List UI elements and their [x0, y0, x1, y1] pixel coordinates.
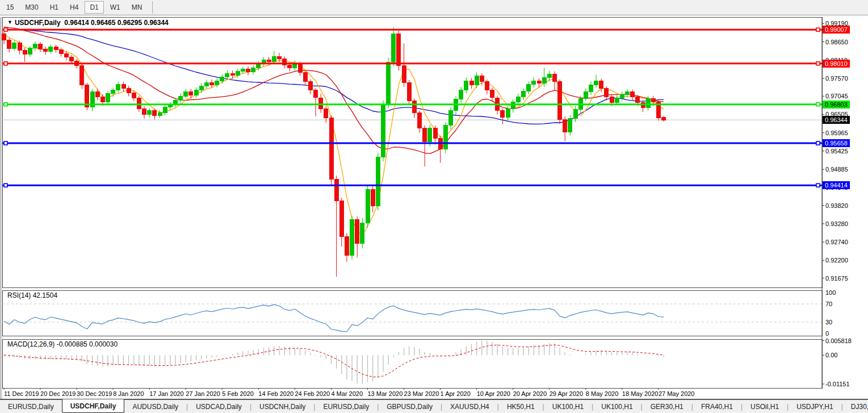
date-axis-label: 4 Mar 2020 [331, 390, 363, 397]
hline-handle [816, 28, 820, 31]
current-price-badge: 0.96344 [823, 116, 850, 124]
date-axis-label: 27 May 2020 [659, 390, 695, 397]
date-axis-label: 5 Feb 2020 [222, 390, 254, 397]
price-axis-tick: 0.95425 [825, 148, 848, 155]
date-axis-label: 24 Feb 2020 [295, 390, 330, 397]
date-axis-label: 10 Apr 2020 [477, 390, 510, 397]
tab-usdcad-daily[interactable]: USDCAD,Daily [188, 400, 250, 413]
price-badge: 0.94414 [823, 181, 850, 189]
price-badge: 0.96803 [823, 101, 850, 109]
tab-hk50-h1[interactable]: HK50,H1 [499, 400, 543, 413]
date-axis-label: 20 Dec 2019 [40, 390, 76, 397]
chart-title-symbol: USDCHF,Daily [15, 19, 61, 27]
date-axis-label: 29 Apr 2020 [550, 390, 583, 397]
date-axis-label: 14 Feb 2020 [258, 390, 293, 397]
hline-handle [4, 62, 7, 65]
rsi-axis-tick: 70 [825, 301, 832, 307]
tab-usdcnh-daily[interactable]: USDCNH,Daily [251, 400, 313, 413]
date-axis-label: 18 May 2020 [622, 390, 659, 397]
hline-handle [4, 28, 7, 31]
date-axis-label: 17 Jan 2020 [149, 390, 184, 397]
timeframe-button-h4[interactable]: H4 [65, 1, 83, 14]
tab-ger30-h1[interactable]: GER30,H1 [643, 400, 691, 413]
tab-uk100-h1[interactable]: UK100,H1 [544, 400, 592, 413]
tab-fra40-h1[interactable]: FRA40,H1 [693, 400, 741, 413]
tab-audusd-daily[interactable]: AUDUSD,Daily [124, 400, 186, 413]
timeframe-button-w1[interactable]: W1 [105, 1, 125, 14]
chart-title-ohlc: 0.96414 0.96465 0.96295 0.96344 [64, 19, 169, 27]
date-axis-label: 20 Apr 2020 [513, 390, 547, 397]
macd-axis-tick: -0.01151 [825, 381, 850, 387]
hline-handle [4, 103, 7, 106]
macd-axis-tick: 0.00 [825, 352, 837, 358]
tab-dj30-h1[interactable]: DJ30,H1 [843, 400, 868, 413]
price-axis-tick: 0.92740 [825, 239, 848, 245]
timeframe-button-h1[interactable]: H1 [45, 1, 64, 14]
price-axis-tick: 0.94885 [825, 166, 848, 173]
price-axis-tick: 0.95965 [825, 130, 848, 136]
rsi-axis-tick: 30 [825, 319, 832, 326]
price-axis-tick: 0.91675 [825, 275, 848, 282]
hline-handle [816, 183, 820, 187]
timeframe-button-15[interactable]: 15 [1, 1, 19, 14]
date-axis-label: 8 Jan 2020 [113, 390, 144, 397]
timeframe-toolbar: 15M30H1H4D1W1MN [0, 0, 868, 15]
date-axis-label: 1 Apr 2020 [441, 390, 471, 397]
date-axis-label: 8 May 2020 [586, 390, 618, 397]
hline-handle [816, 62, 820, 65]
date-axis-label: 13 Mar 2020 [368, 390, 403, 397]
price-badge: 0.98010 [823, 60, 850, 68]
price-badge: 0.95658 [823, 139, 850, 147]
timeframe-button-d1[interactable]: D1 [85, 1, 103, 14]
date-axis-label: 30 Dec 2019 [77, 390, 112, 397]
tab-usdchf-daily[interactable]: USDCHF,Daily [62, 399, 125, 413]
price-axis-tick: 0.93820 [825, 202, 848, 209]
toolbar-separator [152, 1, 153, 14]
symbol-dropdown-icon[interactable]: ▼ [7, 19, 12, 25]
rsi-axis-tick: 100 [825, 289, 836, 296]
price-axis-tick: 0.93280 [825, 220, 848, 227]
tab-xauusd-h4[interactable]: XAUUSD,H4 [442, 400, 497, 413]
tab-uk100-h1[interactable]: UK100,H1 [593, 400, 640, 413]
date-axis-label: 23 Mar 2020 [404, 390, 439, 397]
tab-eurusd-daily[interactable]: EURUSD,Daily [0, 400, 62, 413]
hline-handle [4, 141, 7, 145]
timeframe-button-mn[interactable]: MN [127, 1, 148, 14]
date-axis-label: 11 Dec 2019 [4, 390, 39, 397]
chart-canvas[interactable] [0, 16, 868, 399]
price-axis-tick: 0.98650 [825, 39, 848, 45]
price-badge: 0.99007 [823, 26, 850, 34]
rsi-indicator-label: RSI(14) 42.1504 [7, 291, 57, 299]
price-axis-tick: 0.97045 [825, 93, 848, 99]
hline-handle [4, 183, 7, 187]
chart-tab-bar: EURUSD,DailyUSDCHF,DailyAUDUSD,Daily|USD… [0, 399, 868, 413]
tab-usoil-h1[interactable]: USOil,H1 [743, 400, 787, 413]
price-axis-tick: 0.92200 [825, 257, 848, 264]
tab-gbpusd-daily[interactable]: GBPUSD,Daily [379, 400, 441, 413]
tab-usdjpy-h1[interactable]: USDJPY,H1 [789, 400, 841, 413]
hline-handle [816, 103, 820, 106]
chart-title: ▼USDCHF,Daily 0.96414 0.96465 0.96295 0.… [7, 19, 169, 27]
price-axis-tick: 0.97570 [825, 75, 848, 82]
trading-terminal-window: 15M30H1H4D1W1MN ▼USDCHF,Daily 0.96414 0.… [0, 0, 868, 413]
macd-indicator-label: MACD(12,26,9) -0.000885 0.000030 [7, 340, 118, 348]
hline-handle [816, 141, 820, 145]
chart-region[interactable]: ▼USDCHF,Daily 0.96414 0.96465 0.96295 0.… [0, 16, 868, 399]
macd-axis-tick: 0.005818 [825, 337, 852, 344]
timeframe-button-m30[interactable]: M30 [20, 1, 43, 14]
rsi-axis-tick: 0 [825, 330, 829, 337]
date-axis-label: 27 Jan 2020 [186, 390, 220, 397]
tab-eurusd-daily[interactable]: EURUSD,Daily [315, 400, 377, 413]
